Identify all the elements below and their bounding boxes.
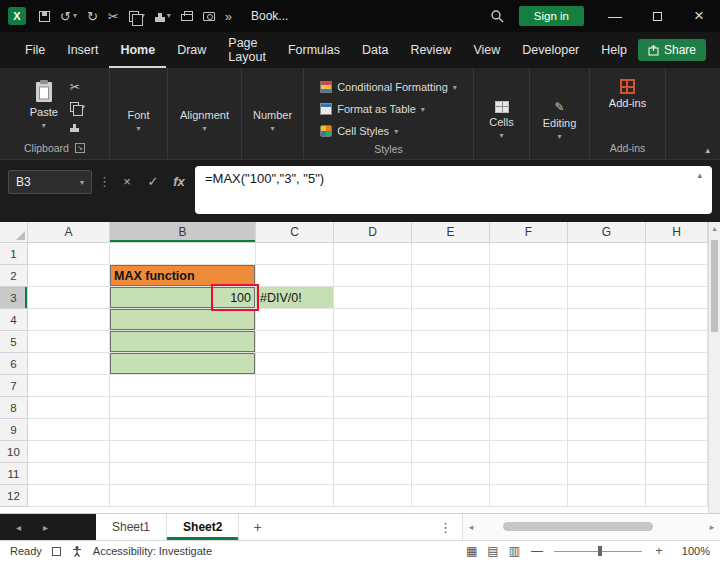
- cell-F5[interactable]: [490, 331, 568, 353]
- cell-G5[interactable]: [568, 331, 646, 353]
- cell-G6[interactable]: [568, 353, 646, 375]
- cell-B9[interactable]: [110, 419, 256, 441]
- cell-F4[interactable]: [490, 309, 568, 331]
- format-painter-button[interactable]: [70, 120, 79, 134]
- maximize-button[interactable]: [636, 0, 678, 32]
- redo-icon[interactable]: ↻: [87, 10, 98, 23]
- enter-button[interactable]: ✓: [143, 174, 163, 189]
- cell-D3[interactable]: [334, 287, 412, 309]
- formula-bar-grip-icon[interactable]: ⋮: [98, 174, 111, 189]
- cell-F6[interactable]: [490, 353, 568, 375]
- row-header-11[interactable]: 11: [0, 463, 28, 485]
- alignment-group-button[interactable]: Alignment ▾: [168, 101, 241, 133]
- vertical-scrollbar[interactable]: ▴: [708, 222, 720, 513]
- column-header-E[interactable]: E: [412, 222, 490, 243]
- cell-A4[interactable]: [28, 309, 110, 331]
- row-header-4[interactable]: 4: [0, 309, 28, 331]
- cell-C2[interactable]: [256, 265, 334, 287]
- cell-E12[interactable]: [412, 485, 490, 507]
- cell-B3[interactable]: 100: [110, 287, 256, 309]
- cell-C7[interactable]: [256, 375, 334, 397]
- cell-C9[interactable]: [256, 419, 334, 441]
- tab-insert[interactable]: Insert: [56, 32, 109, 68]
- excel-logo-icon[interactable]: X: [8, 7, 26, 25]
- cell-D12[interactable]: [334, 485, 412, 507]
- cell-B8[interactable]: [110, 397, 256, 419]
- cell-D2[interactable]: [334, 265, 412, 287]
- cell-C5[interactable]: [256, 331, 334, 353]
- font-group-button[interactable]: Font ▾: [110, 101, 167, 133]
- more-commands-icon[interactable]: »: [225, 10, 232, 23]
- cell-G12[interactable]: [568, 485, 646, 507]
- normal-view-icon[interactable]: ▦: [466, 544, 477, 558]
- cell-E9[interactable]: [412, 419, 490, 441]
- row-header-5[interactable]: 5: [0, 331, 28, 353]
- cell-A10[interactable]: [28, 441, 110, 463]
- zoom-slider[interactable]: [554, 545, 642, 557]
- close-button[interactable]: ×: [678, 0, 720, 32]
- column-header-F[interactable]: F: [490, 222, 568, 243]
- scroll-right-icon[interactable]: ▸: [704, 522, 720, 532]
- column-header-C[interactable]: C: [256, 222, 334, 243]
- cell-E11[interactable]: [412, 463, 490, 485]
- new-sheet-button[interactable]: +: [239, 514, 275, 540]
- cell-H6[interactable]: [646, 353, 708, 375]
- cells-group-button[interactable]: Cells ▾: [474, 93, 529, 140]
- vertical-scrollbar-thumb[interactable]: [711, 240, 718, 332]
- page-layout-view-icon[interactable]: ▤: [487, 544, 498, 558]
- cell-A8[interactable]: [28, 397, 110, 419]
- tab-help[interactable]: Help: [590, 32, 638, 68]
- cell-D1[interactable]: [334, 243, 412, 265]
- format-painter-icon[interactable]: ▾: [155, 11, 171, 22]
- cell-E10[interactable]: [412, 441, 490, 463]
- cell-A9[interactable]: [28, 419, 110, 441]
- cell-G4[interactable]: [568, 309, 646, 331]
- zoom-out-button[interactable]: —: [530, 544, 544, 558]
- cell-D7[interactable]: [334, 375, 412, 397]
- cell-D6[interactable]: [334, 353, 412, 375]
- row-header-10[interactable]: 10: [0, 441, 28, 463]
- cell-G11[interactable]: [568, 463, 646, 485]
- sheet-tab-sheet1[interactable]: Sheet1: [96, 514, 167, 540]
- cell-F7[interactable]: [490, 375, 568, 397]
- cell-A1[interactable]: [28, 243, 110, 265]
- cell-H8[interactable]: [646, 397, 708, 419]
- horizontal-scrollbar[interactable]: ◂ ▸: [462, 514, 720, 540]
- zoom-in-button[interactable]: +: [652, 544, 666, 558]
- scroll-left-icon[interactable]: ◂: [463, 522, 479, 532]
- cell-F8[interactable]: [490, 397, 568, 419]
- cell-H10[interactable]: [646, 441, 708, 463]
- row-header-7[interactable]: 7: [0, 375, 28, 397]
- clipboard-dialog-launcher[interactable]: ↘: [75, 143, 85, 153]
- cell-G2[interactable]: [568, 265, 646, 287]
- cell-D4[interactable]: [334, 309, 412, 331]
- cell-C10[interactable]: [256, 441, 334, 463]
- cell-B2[interactable]: MAX function: [110, 265, 256, 287]
- row-header-12[interactable]: 12: [0, 485, 28, 507]
- camera-icon[interactable]: [203, 12, 215, 21]
- cell-H9[interactable]: [646, 419, 708, 441]
- save-icon[interactable]: [39, 11, 50, 22]
- row-header-9[interactable]: 9: [0, 419, 28, 441]
- cell-G3[interactable]: [568, 287, 646, 309]
- cell-F11[interactable]: [490, 463, 568, 485]
- cell-A11[interactable]: [28, 463, 110, 485]
- cell-A3[interactable]: [28, 287, 110, 309]
- cell-E7[interactable]: [412, 375, 490, 397]
- cell-H3[interactable]: [646, 287, 708, 309]
- horizontal-scrollbar-track[interactable]: [479, 514, 704, 540]
- formula-input[interactable]: =MAX("100","3", "5") ▴: [195, 166, 712, 214]
- cell-G7[interactable]: [568, 375, 646, 397]
- name-box[interactable]: B3 ▾: [8, 170, 92, 194]
- column-header-B[interactable]: B: [110, 222, 256, 243]
- search-icon[interactable]: [490, 9, 504, 23]
- cell-A2[interactable]: [28, 265, 110, 287]
- cell-F3[interactable]: [490, 287, 568, 309]
- tab-formulas[interactable]: Formulas: [277, 32, 351, 68]
- cell-E6[interactable]: [412, 353, 490, 375]
- select-all-corner[interactable]: [0, 222, 28, 243]
- sheet-tab-sheet2[interactable]: Sheet2: [167, 514, 239, 540]
- cell-C11[interactable]: [256, 463, 334, 485]
- cell-B12[interactable]: [110, 485, 256, 507]
- print-icon[interactable]: [181, 11, 193, 21]
